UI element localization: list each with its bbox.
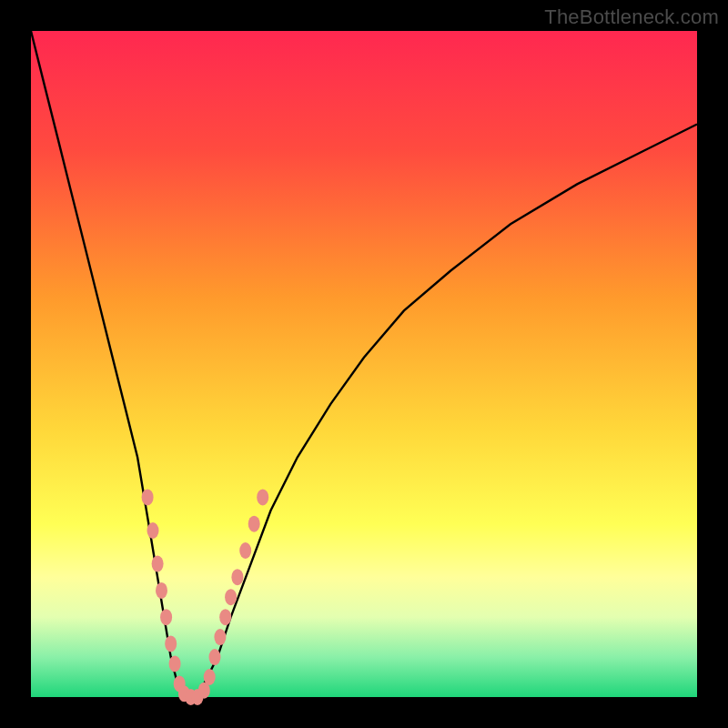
curve-marker	[219, 609, 231, 625]
chart-frame: TheBottleneck.com	[0, 0, 728, 728]
curve-marker	[257, 489, 268, 505]
curve-markers	[142, 489, 269, 705]
curve-marker	[152, 556, 164, 572]
bottleneck-curve-path	[31, 31, 697, 697]
chart-plot-area	[31, 31, 697, 697]
curve-marker	[142, 489, 154, 505]
curve-marker	[147, 522, 159, 539]
curve-marker	[225, 589, 237, 605]
chart-svg	[31, 31, 697, 697]
curve-marker	[231, 569, 243, 585]
curve-marker	[165, 635, 177, 652]
curve-marker	[209, 649, 221, 665]
curve-marker	[214, 629, 226, 645]
curve-marker	[160, 609, 172, 625]
watermark-text: TheBottleneck.com	[544, 5, 719, 29]
curve-marker	[156, 582, 167, 599]
curve-marker	[204, 669, 216, 685]
curve-marker	[169, 655, 181, 672]
curve-marker	[239, 542, 251, 559]
curve-marker	[248, 516, 260, 532]
